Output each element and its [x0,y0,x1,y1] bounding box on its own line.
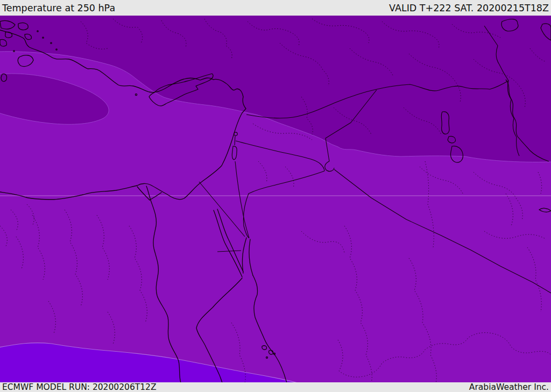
gulf-of-aqaba [242,238,246,273]
nile-river [146,186,181,382]
sea-of-galilee [234,132,237,136]
map-title: Temperature at 250 hPa [2,3,115,13]
red-sea-east-coast [253,275,287,382]
warm-band-shape [0,343,304,382]
map-canvas [0,16,551,382]
egypt-israel-border [199,182,245,237]
iraq-saudi-border [334,169,551,293]
cold-pocket-shape [0,74,109,124]
top-title-bar: Temperature at 250 hPa VALID T+222 SAT. … [0,0,551,16]
gulf-of-suez [214,210,242,277]
cold-band-layer [0,16,551,162]
rhodes-island [18,55,33,67]
dead-sea [232,146,237,160]
weather-map-app: Temperature at 250 hPa VALID T+222 SAT. … [0,0,551,392]
model-run-label: ECMWF MODEL RUN: 20200206T12Z [2,382,157,392]
syria-jordan-border [236,141,324,171]
temperature-map-svg [0,16,551,382]
warm-band-layer [0,343,304,382]
bottom-info-bar: ECMWF MODEL RUN: 20200206T12Z ArabiaWeat… [0,382,551,392]
valid-time-label: VALID T+222 SAT. 20200215T18Z [389,3,549,13]
jordan-hiccup [325,161,334,172]
jordan-saudi-border [243,171,324,238]
provider-label: ArabiaWeather Inc. [469,382,549,392]
